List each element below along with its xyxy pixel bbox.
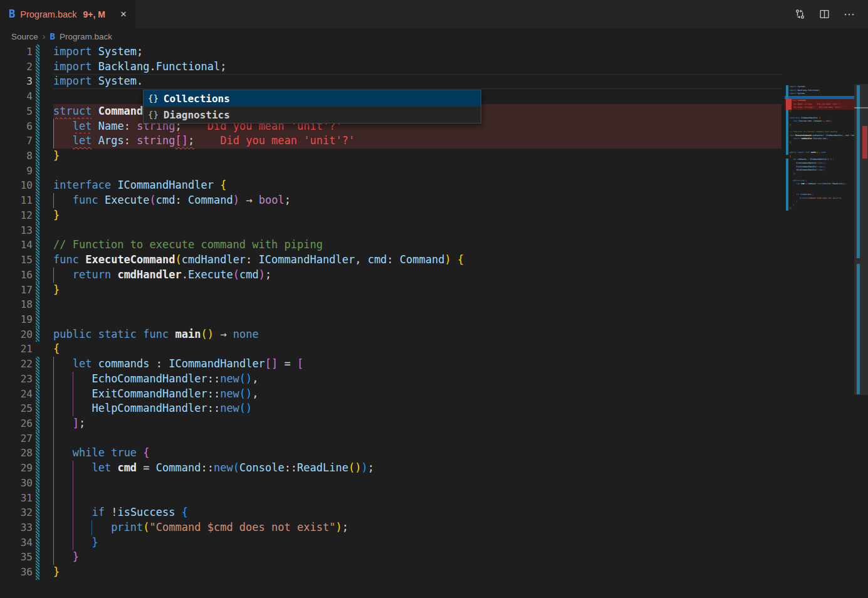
code-text: import Backlang.Functional;	[53, 60, 782, 75]
code-line[interactable]: 12}	[0, 208, 868, 223]
gutter-modified-indicator	[36, 550, 39, 565]
code-line[interactable]: 34 }	[0, 535, 868, 550]
code-line[interactable]: 30	[0, 476, 868, 491]
code-text	[53, 312, 782, 327]
token: ;	[285, 194, 291, 206]
code-line[interactable]: 8}	[0, 149, 868, 164]
line-number: 30	[0, 476, 33, 491]
code-line[interactable]: 15func ExecuteCommand(cmdHandler: IComma…	[0, 253, 868, 268]
token	[239, 194, 246, 206]
token: struct	[53, 105, 92, 117]
token: cmd	[239, 268, 259, 281]
code-line[interactable]: 14// Function to execute command with pi…	[0, 238, 868, 253]
token	[214, 328, 220, 340]
token: ()	[201, 328, 214, 340]
token	[105, 506, 111, 518]
code-text: }	[53, 565, 782, 580]
code-line[interactable]: 17}	[0, 283, 868, 298]
code-text: // Function to execute command with pipi…	[53, 238, 782, 253]
token: )	[259, 268, 265, 281]
line-number: 12	[0, 208, 33, 223]
code-line[interactable]: 22 let commands : ICommandHandler[] = [	[0, 357, 868, 372]
token: ,	[355, 253, 361, 266]
minimap[interactable]: import System;import Backlang.Functional…	[785, 85, 854, 217]
code-line[interactable]: 36}	[0, 565, 868, 580]
suggest-item-collections[interactable]: {}Collections	[144, 90, 481, 107]
code-line[interactable]: 21{	[0, 342, 868, 357]
indent-guide	[53, 491, 54, 506]
line-number: 33	[0, 520, 33, 535]
line-number: 21	[0, 342, 33, 357]
code-line[interactable]: 11 func Execute(cmd: Command) → bool;	[0, 193, 868, 208]
code-line[interactable]: 28 while true {	[0, 446, 868, 461]
gutter-modified-indicator	[36, 327, 39, 342]
token: [	[297, 357, 303, 370]
gutter-modified-indicator	[36, 357, 39, 372]
token: {	[220, 179, 226, 191]
suggest-item-diagnostics[interactable]: {}Diagnostics	[144, 107, 481, 123]
token: import	[53, 60, 92, 73]
line-number: 24	[0, 387, 33, 402]
token: {	[53, 342, 60, 355]
code-editor[interactable]: 1import System;2import Backlang.Function…	[0, 45, 868, 598]
gutter-modified-indicator	[36, 119, 39, 134]
token: ::	[201, 461, 214, 474]
code-line[interactable]: 27	[0, 431, 868, 446]
code-line[interactable]: 18	[0, 297, 868, 312]
token	[175, 506, 182, 518]
token	[111, 268, 117, 281]
code-line[interactable]: 10interface ICommandHandler {	[0, 178, 868, 193]
token: }	[73, 550, 79, 563]
code-line[interactable]: 19	[0, 312, 868, 327]
token: .	[137, 75, 143, 87]
code-line[interactable]: 13	[0, 223, 868, 238]
breadcrumb-file[interactable]: Program.back	[60, 32, 112, 41]
indent-guide	[53, 416, 54, 431]
close-icon[interactable]: ×	[118, 8, 129, 21]
token: (	[143, 521, 149, 533]
code-line[interactable]: 7 let Args: string[];Did you mean 'unit'…	[0, 134, 868, 149]
token: =	[143, 461, 149, 474]
open-changes-icon[interactable]	[795, 9, 805, 19]
gutter-modified-indicator	[36, 431, 39, 446]
tab-program-back[interactable]: B Program.back 9+, M ×	[0, 0, 135, 28]
code-line[interactable]: 1import System;	[0, 45, 868, 60]
code-line[interactable]: 9	[0, 164, 868, 179]
code-line[interactable]: 35 }	[0, 550, 868, 565]
code-line[interactable]: 20public static func main() → none	[0, 327, 868, 342]
code-line[interactable]: 2import Backlang.Functional;	[0, 60, 868, 75]
gutter-modified-indicator	[36, 372, 39, 387]
code-line[interactable]: 33 print("Command $cmd does not exist");	[0, 520, 868, 535]
code-line[interactable]: 3import System.	[0, 74, 868, 89]
breadcrumb-root[interactable]: Source	[11, 32, 38, 41]
token: let	[73, 357, 92, 370]
indent-guide	[53, 119, 54, 134]
token	[291, 357, 297, 370]
token	[226, 328, 233, 340]
token: if	[92, 506, 104, 518]
token: func	[73, 194, 98, 206]
code-line[interactable]: 29 let cmd = Command::new(Console::ReadL…	[0, 461, 868, 476]
gutter-modified-indicator	[36, 342, 39, 357]
token	[182, 194, 188, 206]
token	[53, 268, 73, 281]
token	[111, 179, 117, 191]
more-actions-icon[interactable]: ⋯	[844, 9, 855, 20]
token: :	[246, 253, 252, 266]
code-line[interactable]: 23 EchoCommandHandler::new(),	[0, 372, 868, 387]
split-editor-icon[interactable]	[819, 9, 830, 19]
token: ::	[207, 372, 220, 385]
line-number: 1	[0, 45, 33, 60]
code-line[interactable]: 26 ];	[0, 416, 868, 431]
gutter-modified-indicator	[36, 238, 39, 253]
code-line[interactable]: 16 return cmdHandler.Execute(cmd);	[0, 268, 868, 283]
code-line[interactable]: 32 if !isSuccess {	[0, 505, 868, 520]
gutter-modified-indicator	[36, 104, 39, 119]
token: []	[175, 134, 188, 147]
overview-error-marker	[862, 126, 867, 159]
code-line[interactable]: 31	[0, 491, 868, 506]
token: ICommandHandler	[169, 357, 265, 370]
code-line[interactable]: 25 HelpCommandHandler::new()	[0, 401, 868, 416]
code-line[interactable]: 24 ExitCommandHandler::new(),	[0, 387, 868, 402]
token: )	[335, 521, 342, 533]
